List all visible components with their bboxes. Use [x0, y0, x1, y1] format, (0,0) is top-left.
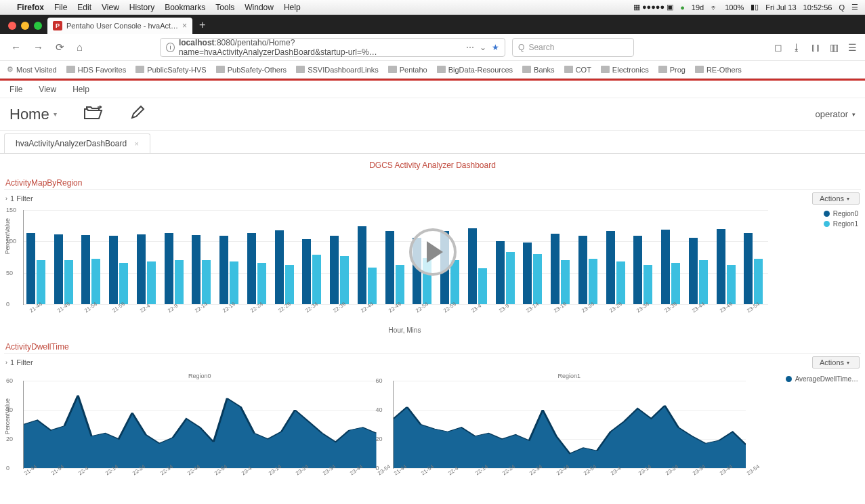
- mac-menu-item[interactable]: Help: [284, 3, 301, 12]
- back-icon[interactable]: ←: [8, 39, 24, 56]
- bar-region1[interactable]: [202, 260, 211, 304]
- pentaho-menu-item[interactable]: View: [39, 85, 56, 94]
- bar-region1[interactable]: [257, 263, 266, 304]
- window-min-icon[interactable]: [21, 22, 29, 30]
- bar-region1[interactable]: [589, 259, 597, 304]
- bookmark-item[interactable]: HDS Favorites: [66, 66, 127, 74]
- bar-region0[interactable]: [468, 228, 477, 304]
- bar-region0[interactable]: [109, 236, 118, 304]
- account-icon[interactable]: ◻: [774, 42, 782, 53]
- actions-button[interactable]: Actions▾: [812, 192, 860, 205]
- bar-region0[interactable]: [551, 234, 560, 304]
- bar-region0[interactable]: [717, 229, 725, 304]
- bar-region0[interactable]: [219, 236, 228, 304]
- browser-tab[interactable]: P Pentaho User Console - hvaAct… ×: [47, 18, 192, 34]
- bar-region0[interactable]: [689, 238, 698, 304]
- tab-close-icon[interactable]: ×: [182, 21, 187, 30]
- spotlight-icon[interactable]: Q: [839, 3, 845, 12]
- bar-region1[interactable]: [754, 259, 763, 304]
- bookmark-item[interactable]: Banks: [522, 66, 555, 74]
- bar-region0[interactable]: [496, 241, 505, 304]
- bar-region0[interactable]: [302, 239, 311, 304]
- site-info-icon[interactable]: i: [166, 43, 175, 52]
- bookmark-item[interactable]: Prog: [658, 66, 685, 74]
- bar-region1[interactable]: [147, 261, 156, 304]
- expand-icon[interactable]: ›: [5, 359, 7, 366]
- bar-region0[interactable]: [358, 226, 366, 304]
- bar-region1[interactable]: [478, 268, 487, 304]
- actions-button[interactable]: Actions▾: [812, 356, 860, 369]
- bar-region1[interactable]: [91, 259, 100, 304]
- bar-region1[interactable]: [119, 263, 128, 304]
- mac-menu-item[interactable]: View: [102, 3, 119, 12]
- filter-label[interactable]: 1 Filter: [10, 194, 33, 203]
- mac-menu-item[interactable]: Edit: [77, 3, 91, 12]
- expand-icon[interactable]: ›: [5, 195, 7, 202]
- bar-region1[interactable]: [175, 260, 184, 304]
- bookmark-item[interactable]: ⚙Most Visited: [7, 65, 57, 74]
- filter-label[interactable]: 1 Filter: [10, 358, 33, 366]
- mac-menu-item[interactable]: File: [54, 3, 67, 12]
- bar-region0[interactable]: [137, 234, 146, 304]
- mac-menu-item[interactable]: History: [129, 3, 154, 12]
- bar-region0[interactable]: [54, 234, 63, 304]
- forward-icon[interactable]: →: [30, 39, 46, 56]
- bar-region0[interactable]: [192, 235, 201, 304]
- bar-region0[interactable]: [578, 236, 587, 304]
- bookmark-star-icon[interactable]: ★: [492, 43, 499, 52]
- bookmark-item[interactable]: BigData-Resources: [437, 66, 513, 74]
- user-menu[interactable]: operator ▾: [816, 109, 856, 119]
- dashboard-tab[interactable]: hvaActivityAnalyzerDashBoard ×: [4, 133, 150, 153]
- bar-region0[interactable]: [330, 236, 339, 304]
- hamburger-icon[interactable]: ☰: [848, 42, 857, 53]
- mac-menu-item[interactable]: Tools: [215, 3, 234, 12]
- bar-region1[interactable]: [727, 265, 736, 304]
- search-box[interactable]: Q Search: [512, 38, 634, 57]
- edit-icon[interactable]: [130, 105, 145, 123]
- bar-region1[interactable]: [533, 254, 542, 304]
- reload-icon[interactable]: ⟳: [53, 39, 67, 56]
- window-close-icon[interactable]: [8, 22, 16, 30]
- pentaho-menu-item[interactable]: File: [9, 85, 22, 94]
- bar-region0[interactable]: [81, 235, 90, 304]
- bar-region1[interactable]: [340, 256, 349, 304]
- page-actions-icon[interactable]: ⋯: [466, 43, 474, 52]
- pentaho-menu-item[interactable]: Help: [72, 85, 89, 94]
- bar-region0[interactable]: [275, 230, 284, 304]
- bar-region0[interactable]: [744, 233, 753, 304]
- window-max-icon[interactable]: [34, 22, 42, 30]
- mac-menu-item[interactable]: Window: [245, 3, 274, 12]
- play-button[interactable]: [409, 228, 457, 276]
- bar-region1[interactable]: [616, 261, 625, 304]
- perspective-selector[interactable]: Home ▾: [9, 106, 57, 123]
- bar-region1[interactable]: [450, 260, 459, 304]
- bar-region1[interactable]: [285, 265, 294, 304]
- bar-region0[interactable]: [633, 236, 642, 304]
- bookmark-item[interactable]: PublicSafety-HVS: [135, 66, 206, 74]
- close-icon[interactable]: ×: [134, 140, 138, 148]
- bar-region1[interactable]: [396, 265, 404, 304]
- bar-region0[interactable]: [26, 233, 35, 304]
- mac-menu-item[interactable]: Bookmarks: [165, 3, 205, 12]
- bar-region1[interactable]: [312, 255, 321, 304]
- bar-region0[interactable]: [165, 233, 173, 304]
- bar-region1[interactable]: [506, 252, 515, 304]
- menu-icon[interactable]: ☰: [851, 3, 858, 12]
- bar-region0[interactable]: [385, 231, 394, 304]
- open-file-icon[interactable]: [84, 105, 103, 123]
- bookmark-item[interactable]: Pentaho: [388, 66, 427, 74]
- url-bar[interactable]: i localhost:8080/pentaho/Home?name=hvaAc…: [160, 38, 505, 57]
- bar-region1[interactable]: [37, 260, 45, 304]
- bookmark-item[interactable]: SSVIDashboardLinks: [296, 66, 379, 74]
- bar-region1[interactable]: [671, 263, 680, 304]
- bar-region0[interactable]: [661, 230, 670, 304]
- bar-region1[interactable]: [561, 260, 570, 304]
- sidebar-icon[interactable]: ▥: [830, 42, 839, 53]
- library-icon[interactable]: ⫿⫿: [811, 42, 820, 53]
- new-tab-button[interactable]: +: [192, 19, 212, 34]
- bar-region1[interactable]: [644, 265, 652, 304]
- bookmark-item[interactable]: Electronics: [601, 66, 649, 74]
- bar-region0[interactable]: [247, 233, 256, 304]
- bar-region0[interactable]: [523, 243, 532, 304]
- download-icon[interactable]: ⭳: [792, 42, 801, 53]
